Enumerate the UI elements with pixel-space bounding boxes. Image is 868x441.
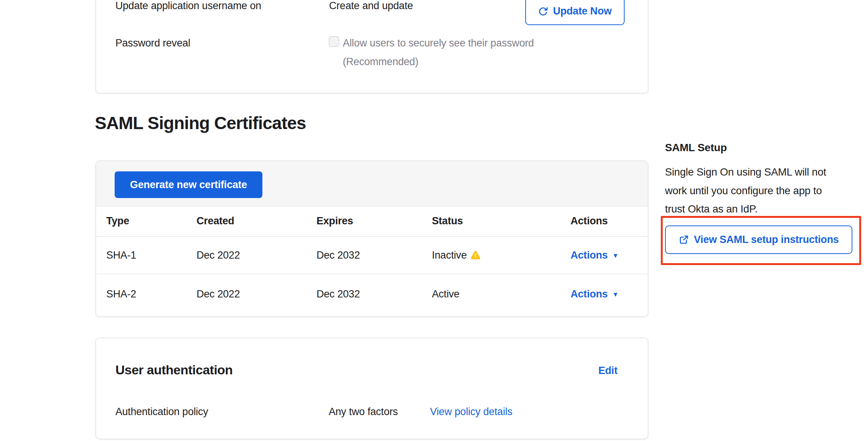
column-header-status: Status bbox=[432, 215, 571, 227]
chevron-down-icon: ▼ bbox=[612, 252, 619, 259]
generate-certificate-button[interactable]: Generate new certificate bbox=[115, 171, 262, 198]
description-line: trust Okta as an IdP. bbox=[665, 200, 863, 219]
update-now-label: Update Now bbox=[553, 5, 612, 17]
card-title: User authentication bbox=[115, 363, 233, 377]
cell-created: Dec 2022 bbox=[197, 249, 317, 261]
view-saml-setup-instructions-button[interactable]: View SAML setup instructions bbox=[665, 225, 852, 254]
status-text: Inactive bbox=[432, 249, 467, 261]
column-header-type: Type bbox=[106, 215, 197, 227]
page-title: SAML Signing Certificates bbox=[95, 113, 306, 133]
auth-policy-label: Authentication policy bbox=[115, 406, 208, 418]
view-saml-setup-label: View SAML setup instructions bbox=[694, 234, 839, 246]
column-header-created: Created bbox=[197, 215, 317, 227]
table-row-sha2: SHA-2 Dec 2022 Dec 2032 Active Actions ▼ bbox=[96, 274, 648, 314]
status-text: Active bbox=[432, 288, 459, 300]
username-update-value: Create and update bbox=[329, 0, 413, 12]
password-reveal-option-line1: Allow users to securely see their passwo… bbox=[343, 34, 534, 53]
edit-link[interactable]: Edit bbox=[598, 365, 617, 377]
update-now-button[interactable]: Update Now bbox=[525, 0, 625, 25]
chevron-down-icon: ▼ bbox=[612, 291, 619, 298]
column-header-actions: Actions bbox=[571, 215, 648, 227]
warning-icon bbox=[470, 250, 481, 260]
cell-expires: Dec 2032 bbox=[317, 249, 432, 261]
cell-status: Active bbox=[432, 288, 571, 300]
app-settings-card: Update application username on Create an… bbox=[96, 0, 648, 93]
password-reveal-checkbox[interactable] bbox=[329, 36, 339, 47]
refresh-icon bbox=[538, 6, 548, 16]
actions-menu-sha2[interactable]: Actions ▼ bbox=[571, 288, 648, 300]
auth-policy-value: Any two factors bbox=[329, 406, 398, 418]
cell-type: SHA-1 bbox=[106, 249, 197, 261]
password-reveal-option-line2: (Recommended) bbox=[343, 53, 534, 71]
page: Update application username on Create an… bbox=[0, 0, 868, 441]
actions-label: Actions bbox=[571, 288, 608, 300]
certificates-table-header: Type Created Expires Status Actions bbox=[96, 206, 648, 236]
password-reveal-option: Allow users to securely see their passwo… bbox=[343, 34, 534, 71]
cell-status: Inactive bbox=[432, 249, 571, 261]
user-authentication-card: User authentication Edit Authentication … bbox=[96, 338, 648, 439]
actions-label: Actions bbox=[571, 249, 608, 261]
saml-setup-description: Single Sign On using SAML will not work … bbox=[665, 163, 863, 219]
actions-menu-sha1[interactable]: Actions ▼ bbox=[571, 249, 648, 261]
cell-type: SHA-2 bbox=[106, 288, 197, 300]
saml-certificates-card: Generate new certificate Type Created Ex… bbox=[96, 161, 648, 317]
password-reveal-label: Password reveal bbox=[115, 37, 190, 49]
saml-setup-title: SAML Setup bbox=[665, 142, 727, 154]
cell-expires: Dec 2032 bbox=[317, 288, 432, 300]
cell-created: Dec 2022 bbox=[197, 288, 317, 300]
generate-certificate-label: Generate new certificate bbox=[130, 179, 247, 191]
description-line: Single Sign On using SAML will not bbox=[665, 163, 863, 182]
username-update-label: Update application username on bbox=[115, 0, 261, 12]
column-header-expires: Expires bbox=[317, 215, 432, 227]
table-row-sha1: SHA-1 Dec 2022 Dec 2032 Inactive Actions… bbox=[96, 236, 648, 274]
view-policy-details-link[interactable]: View policy details bbox=[430, 406, 512, 418]
description-line: work until you configure the app to bbox=[665, 182, 863, 200]
external-link-icon bbox=[679, 235, 689, 245]
